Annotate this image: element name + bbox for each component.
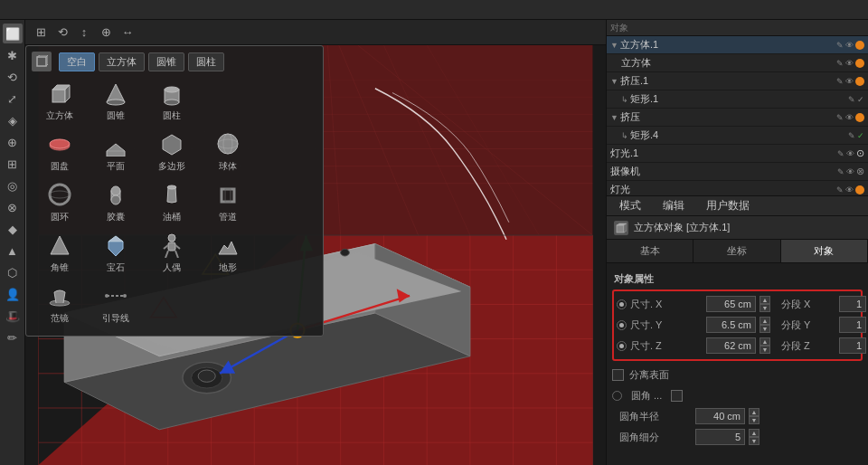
vp-icon-1[interactable]: ⊞ — [31, 23, 51, 43]
tree-row-light[interactable]: 灯光 ✎ 👁 — [607, 181, 868, 196]
popup-item-gem[interactable]: 宝石 — [88, 229, 144, 276]
tree-row-rect4[interactable]: ↳ 矩形.4 ✎ ✓ — [607, 127, 868, 145]
arrow-fillet-radius-down[interactable]: ▼ — [749, 416, 760, 424]
toolbar-tool12[interactable]: ⬡ — [3, 262, 23, 282]
tree-row-rect1[interactable]: ↳ 矩形.1 ✎ ✓ — [607, 90, 868, 109]
top-menubar — [0, 0, 868, 20]
tab-basic[interactable]: 基本 — [607, 240, 693, 262]
popup-item-polygon[interactable]: 多边形 — [144, 128, 200, 175]
popup-item-barrel[interactable]: 油桶 — [144, 178, 200, 225]
svg-point-70 — [165, 87, 179, 92]
checkbox-separate[interactable] — [612, 369, 624, 381]
radio-x[interactable] — [617, 299, 627, 309]
mid-menu-edit[interactable]: 编辑 — [656, 196, 692, 215]
toolbar-tool5[interactable]: ◈ — [3, 110, 23, 130]
check-row-fillet: 圆角 ... — [612, 385, 863, 405]
toolbar-tool9[interactable]: ⊗ — [3, 197, 23, 217]
popup-label-barrel: 油桶 — [163, 211, 181, 223]
input-z[interactable] — [706, 337, 756, 354]
popup-item-capsule[interactable]: 胶囊 — [88, 178, 144, 225]
input-segz[interactable] — [839, 337, 866, 354]
toolbar-move[interactable]: ✱ — [3, 45, 23, 65]
toolbar-select[interactable]: ⬜ — [3, 24, 23, 43]
popup-item-sphere[interactable]: 球体 — [200, 128, 256, 175]
input-y[interactable] — [706, 317, 756, 333]
input-segy[interactable] — [839, 317, 866, 333]
tree-row-extrude[interactable]: ▼ 挤压 ✎ 👁 — [607, 109, 868, 127]
popup-item-terrain[interactable]: 地形 — [200, 229, 256, 276]
svg-line-94 — [175, 251, 178, 258]
arrow-fillet-sub-down[interactable]: ▼ — [749, 437, 760, 445]
popup-item-figure[interactable]: 人偶 — [144, 229, 200, 276]
checkbox-fillet[interactable] — [671, 390, 683, 402]
popup-item-cylinder[interactable]: 圆柱 — [144, 77, 200, 124]
vp-icon-5[interactable]: ↔ — [118, 23, 137, 43]
toolbar-tool13[interactable]: 👤 — [3, 284, 23, 304]
toolbar-pen[interactable]: ✏ — [3, 327, 23, 347]
input-x[interactable] — [706, 296, 756, 312]
vp-icon-2[interactable]: ⟲ — [52, 23, 72, 43]
popup-btn-empty[interactable]: 空白 — [59, 52, 95, 71]
tab-object[interactable]: 对象 — [781, 240, 868, 262]
label-x: 尺寸. X — [630, 298, 703, 311]
popup-item-hat[interactable]: 范镜 — [32, 280, 88, 327]
toolbar-scale[interactable]: ⤢ — [3, 89, 23, 109]
popup-item-cone[interactable]: 圆锥 — [88, 77, 144, 124]
toolbar-tool11[interactable]: ▲ — [3, 241, 23, 261]
tab-coords[interactable]: 坐标 — [693, 240, 780, 262]
popup-item-plane[interactable]: 平面 — [88, 128, 144, 175]
svg-point-77 — [218, 134, 238, 154]
popup-row-5: 范镜 引导线 — [32, 280, 317, 327]
svg-point-71 — [165, 100, 179, 105]
arrow-z-up[interactable]: ▲ — [760, 337, 770, 346]
popup-item-cone2[interactable]: 角锥 — [32, 229, 88, 276]
arrow-y-down[interactable]: ▼ — [760, 325, 770, 333]
arrow-fillet-sub-up[interactable]: ▲ — [749, 429, 760, 437]
toolbar-tool10[interactable]: ◆ — [3, 219, 23, 239]
arrow-y-up[interactable]: ▲ — [760, 317, 770, 325]
svg-line-96 — [175, 245, 180, 249]
vp-icon-4[interactable]: ⊕ — [96, 23, 116, 43]
arrow-x-up[interactable]: ▲ — [760, 296, 770, 304]
svg-marker-90 — [108, 236, 123, 242]
arrow-fillet-radius-up[interactable]: ▲ — [749, 408, 760, 416]
tree-row-extrude1[interactable]: ▼ 挤压.1 ✎ 👁 — [607, 72, 868, 90]
capsule-icon — [102, 181, 129, 208]
right-panel: 文件 编辑 查看 对象 标签 书签 对象 ▼ 立方体.1 ✎ 👁 立方体 ✎ 👁 — [606, 0, 868, 465]
label-segy: 分段 Y — [781, 318, 835, 332]
object-creation-popup: 空白 立方体 圆锥 圆柱 立方体 圆锥 — [25, 45, 324, 337]
tree-row-cube1[interactable]: ▼ 立方体.1 ✎ 👁 — [607, 36, 868, 54]
input-segx[interactable] — [839, 296, 866, 312]
popup-btn-cone[interactable]: 圆锥 — [148, 52, 184, 71]
radio-fillet[interactable] — [612, 391, 622, 401]
popup-item-guide[interactable]: 引导线 — [88, 280, 144, 327]
toolbar-tool7[interactable]: ⊞ — [3, 154, 23, 174]
popup-item-disc[interactable]: 圆盘 — [32, 128, 88, 175]
popup-btn-cube[interactable]: 立方体 — [99, 52, 145, 71]
tree-row-light1[interactable]: 灯光.1 ✎ 👁 ⊙ — [607, 145, 868, 163]
input-fillet-sub[interactable] — [695, 429, 745, 445]
toolbar-hat[interactable]: 🎩 — [3, 306, 23, 326]
popup-item-ring[interactable]: 圆环 — [32, 178, 88, 225]
popup-item-cube[interactable]: 立方体 — [32, 77, 88, 124]
toolbar-rotate[interactable]: ⟲ — [3, 67, 23, 87]
toolbar-tool6[interactable]: ⊕ — [3, 132, 23, 152]
arrow-x-down[interactable]: ▼ — [760, 304, 770, 312]
svg-rect-102 — [617, 225, 624, 232]
radio-y[interactable] — [617, 320, 627, 330]
arrows-fillet-sub: ▲ ▼ — [749, 429, 760, 445]
tree-row-camera[interactable]: 摄像机 ✎ 👁 ⊗ — [607, 163, 868, 181]
toolbar-tool8[interactable]: ◎ — [3, 176, 23, 195]
radio-z[interactable] — [617, 341, 627, 351]
tree-row-cube[interactable]: 立方体 ✎ 👁 — [607, 54, 868, 72]
svg-point-68 — [107, 100, 125, 105]
guide-icon — [102, 282, 129, 309]
svg-marker-88 — [51, 236, 69, 254]
popup-btn-cylinder[interactable]: 圆柱 — [188, 52, 224, 71]
popup-item-pipe[interactable]: 管道 — [200, 178, 256, 225]
mid-menu-mode[interactable]: 模式 — [612, 196, 648, 215]
mid-menu-userdata[interactable]: 用户数据 — [699, 196, 757, 215]
vp-icon-3[interactable]: ↕ — [74, 23, 94, 43]
arrow-z-down[interactable]: ▼ — [760, 346, 770, 354]
input-fillet-radius[interactable] — [695, 408, 745, 424]
